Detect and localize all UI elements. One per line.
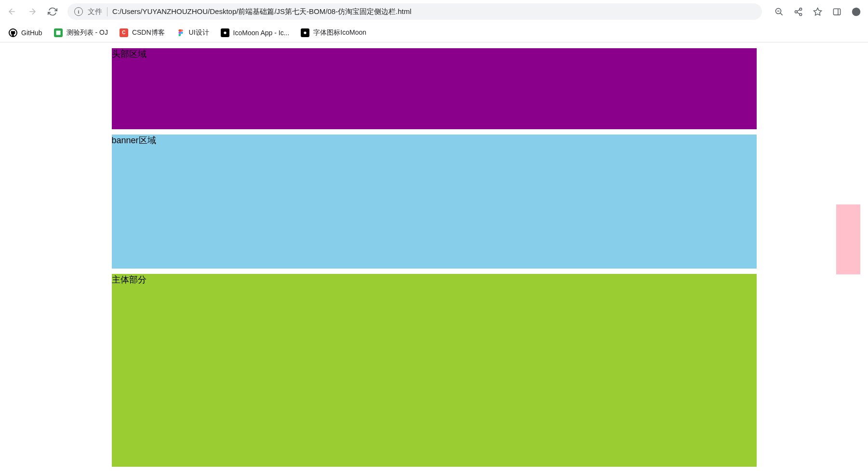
bookmark-label: GitHub: [21, 29, 42, 37]
bookmark-github[interactable]: GitHub: [4, 26, 47, 40]
bookmark-label: CSDN博客: [132, 28, 165, 37]
icomoon-icon: [301, 28, 309, 37]
csdn-icon: C: [120, 28, 128, 37]
svg-line-1: [780, 13, 782, 15]
back-button[interactable]: [4, 3, 20, 20]
github-icon: [9, 28, 17, 37]
info-icon[interactable]: i: [74, 7, 83, 16]
reload-button[interactable]: [44, 3, 61, 20]
content-inner: 头部区域 banner区域 主体部分: [112, 48, 757, 467]
bookmark-oj[interactable]: 测验列表 - OJ: [49, 26, 113, 40]
address-bar[interactable]: i 文件 C:/Users/YUYANZHOUZHOU/Desktop/前端基础…: [67, 3, 762, 20]
toolbar-actions: [771, 3, 864, 20]
bookmark-icomoon-font[interactable]: 字体图标IcoMoon: [296, 26, 371, 40]
browser-toolbar: i 文件 C:/Users/YUYANZHOUZHOU/Desktop/前端基础…: [0, 0, 868, 23]
bookmark-label: 测验列表 - OJ: [67, 28, 108, 37]
bookmarks-bar: GitHub 测验列表 - OJ C CSDN博客 UI设计 IcoMoon A…: [0, 23, 868, 42]
bookmark-icomoon-app[interactable]: IcoMoon App - Ic...: [216, 26, 294, 40]
bookmark-label: 字体图标IcoMoon: [313, 28, 366, 37]
bookmark-csdn[interactable]: C CSDN博客: [115, 26, 170, 40]
share-icon[interactable]: [790, 3, 806, 20]
profile-avatar[interactable]: [848, 3, 864, 20]
page-content: 头部区域 banner区域 主体部分: [0, 42, 868, 474]
figma-icon: [176, 28, 185, 37]
forward-button[interactable]: [24, 3, 40, 20]
svg-rect-7: [833, 9, 840, 15]
address-file-label: 文件: [88, 7, 107, 16]
header-section: 头部区域: [112, 48, 757, 129]
sidepanel-icon[interactable]: [828, 3, 845, 20]
star-icon[interactable]: [809, 3, 826, 20]
svg-point-9: [852, 7, 860, 15]
svg-point-11: [224, 31, 226, 34]
oj-icon: [54, 28, 63, 37]
address-url: C:/Users/YUYANZHOUZHOU/Desktop/前端基础篇/JS第…: [112, 7, 412, 16]
zoom-out-icon[interactable]: [771, 3, 787, 20]
svg-point-5: [799, 13, 801, 15]
bookmark-figma[interactable]: UI设计: [172, 26, 214, 40]
banner-section: banner区域: [112, 135, 757, 269]
main-section: 主体部分: [112, 274, 757, 467]
svg-rect-10: [56, 30, 60, 35]
svg-point-12: [304, 31, 307, 34]
svg-point-4: [795, 11, 797, 13]
fixed-side-bar[interactable]: [836, 204, 860, 274]
bookmark-label: IcoMoon App - Ic...: [233, 29, 290, 37]
icomoon-icon: [221, 28, 229, 37]
svg-point-3: [799, 8, 801, 10]
svg-marker-6: [814, 8, 821, 15]
bookmark-label: UI设计: [189, 28, 209, 37]
